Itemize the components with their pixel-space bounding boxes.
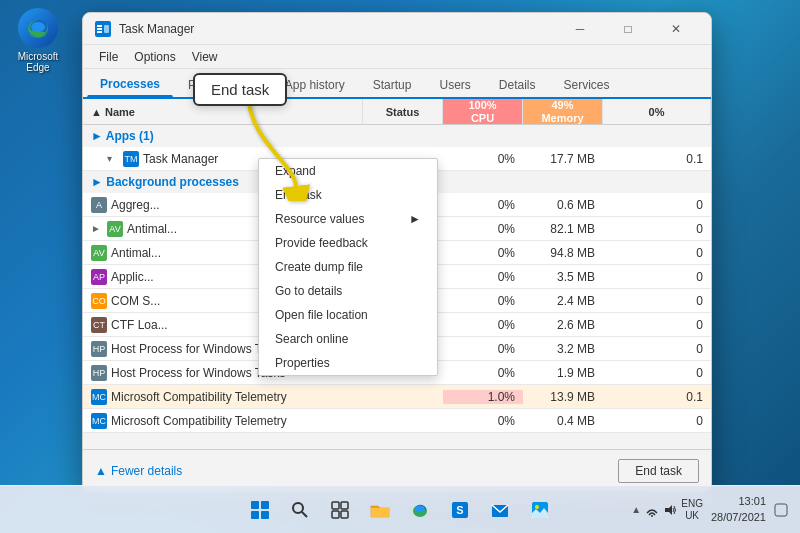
svg-rect-14 bbox=[341, 511, 348, 518]
context-menu-search-online[interactable]: Search online bbox=[259, 327, 437, 351]
mail-icon bbox=[491, 501, 509, 519]
system-clock[interactable]: 13:01 28/07/2021 bbox=[711, 494, 766, 525]
context-menu-resource-values[interactable]: Resource values ► bbox=[259, 207, 437, 231]
menu-view[interactable]: View bbox=[184, 48, 226, 66]
edge-taskbar-button[interactable] bbox=[402, 492, 438, 528]
edge-icon-label: Microsoft Edge bbox=[8, 51, 68, 73]
context-menu-expand[interactable]: Expand bbox=[259, 159, 437, 183]
menu-bar: File Options View bbox=[83, 45, 711, 69]
col-status-label: Status bbox=[386, 106, 420, 118]
maximize-button[interactable]: □ bbox=[605, 13, 651, 45]
resource-values-label: Resource values bbox=[275, 212, 364, 226]
system-tray: ▲ ENGUK bbox=[631, 498, 703, 522]
process-mem: 2.6 MB bbox=[523, 318, 603, 332]
context-menu-create-dump[interactable]: Create dump file bbox=[259, 255, 437, 279]
tab-processes[interactable]: Processes bbox=[87, 72, 173, 97]
process-icon: CT bbox=[91, 317, 107, 333]
store-button[interactable]: S bbox=[442, 492, 478, 528]
col-header-cpu[interactable]: 100% CPU bbox=[443, 99, 523, 124]
svg-text:S: S bbox=[456, 504, 463, 516]
svg-rect-6 bbox=[104, 25, 109, 33]
task-view-icon bbox=[331, 501, 349, 519]
edge-icon bbox=[18, 8, 58, 48]
process-icon: TM bbox=[123, 151, 139, 167]
process-cpu: 0% bbox=[443, 152, 523, 166]
clock-time: 13:01 bbox=[711, 494, 766, 509]
fewer-details-button[interactable]: ▲ Fewer details bbox=[95, 464, 182, 478]
table-row[interactable]: MC Microsoft Compatibility Telemetry 0% … bbox=[83, 409, 711, 433]
search-online-label: Search online bbox=[275, 332, 348, 346]
photos-button[interactable] bbox=[522, 492, 558, 528]
context-menu-end-task[interactable]: End task bbox=[259, 183, 437, 207]
network-icon bbox=[645, 503, 659, 517]
store-icon: S bbox=[451, 501, 469, 519]
disk-label: 0% bbox=[649, 106, 665, 118]
process-cpu: 0% bbox=[443, 222, 523, 236]
process-disk: 0 bbox=[603, 270, 711, 284]
minimize-button[interactable]: ─ bbox=[557, 13, 603, 45]
tab-details[interactable]: Details bbox=[486, 73, 549, 97]
svg-point-9 bbox=[293, 503, 303, 513]
col-header-memory[interactable]: 49% Memory bbox=[523, 99, 603, 124]
col-header-disk[interactable]: 0% bbox=[603, 99, 711, 124]
context-menu-provide-feedback[interactable]: Provide feedback bbox=[259, 231, 437, 255]
svg-line-10 bbox=[302, 512, 307, 517]
language-label: ENGUK bbox=[681, 498, 703, 522]
title-bar: Task Manager ─ □ ✕ bbox=[83, 13, 711, 45]
process-icon: MC bbox=[91, 413, 107, 429]
cpu-label: CPU bbox=[471, 112, 494, 124]
notifications-icon[interactable] bbox=[774, 503, 788, 517]
file-explorer-button[interactable] bbox=[362, 492, 398, 528]
svg-rect-3 bbox=[97, 25, 102, 27]
col-header-status[interactable]: Status bbox=[363, 99, 443, 124]
context-menu-go-to-details[interactable]: Go to details bbox=[259, 279, 437, 303]
table-header: ▲ Name Status 100% CPU 49% Memory 0% bbox=[83, 99, 711, 125]
process-icon: AV bbox=[107, 221, 123, 237]
svg-rect-12 bbox=[341, 502, 348, 509]
process-cpu: 0% bbox=[443, 342, 523, 356]
chevron-up-tray-icon[interactable]: ▲ bbox=[631, 504, 641, 515]
context-menu-open-file[interactable]: Open file location bbox=[259, 303, 437, 327]
mail-button[interactable] bbox=[482, 492, 518, 528]
process-cpu: 0% bbox=[443, 366, 523, 380]
end-task-button[interactable]: End task bbox=[618, 459, 699, 483]
tab-startup[interactable]: Startup bbox=[360, 73, 425, 97]
fewer-details-label: Fewer details bbox=[111, 464, 182, 478]
search-button[interactable] bbox=[282, 492, 318, 528]
windows-logo-icon bbox=[251, 501, 269, 519]
menu-file[interactable]: File bbox=[91, 48, 126, 66]
end-task-label: End task bbox=[275, 188, 322, 202]
process-disk: 0 bbox=[603, 222, 711, 236]
process-icon: AP bbox=[91, 269, 107, 285]
svg-point-23 bbox=[651, 515, 653, 517]
process-cpu: 0% bbox=[443, 294, 523, 308]
process-icon: MC bbox=[91, 389, 107, 405]
process-mem: 0.6 MB bbox=[523, 198, 603, 212]
window-title: Task Manager bbox=[119, 22, 557, 36]
close-button[interactable]: ✕ bbox=[653, 13, 699, 45]
start-button[interactable] bbox=[242, 492, 278, 528]
svg-marker-24 bbox=[665, 505, 672, 515]
process-disk: 0 bbox=[603, 294, 711, 308]
process-cpu: 0% bbox=[443, 414, 523, 428]
menu-options[interactable]: Options bbox=[126, 48, 183, 66]
process-mem: 2.4 MB bbox=[523, 294, 603, 308]
process-mem: 3.2 MB bbox=[523, 342, 603, 356]
context-menu-properties[interactable]: Properties bbox=[259, 351, 437, 375]
section-apps[interactable]: ► Apps (1) bbox=[83, 125, 711, 147]
provide-feedback-label: Provide feedback bbox=[275, 236, 368, 250]
tab-users[interactable]: Users bbox=[426, 73, 483, 97]
tab-services[interactable]: Services bbox=[551, 73, 623, 97]
open-file-label: Open file location bbox=[275, 308, 368, 322]
process-disk: 0 bbox=[603, 246, 711, 260]
process-disk: 0 bbox=[603, 366, 711, 380]
clock-date: 28/07/2021 bbox=[711, 510, 766, 525]
desktop: Microsoft Edge Task Manager ─ □ ✕ bbox=[0, 0, 800, 533]
create-dump-label: Create dump file bbox=[275, 260, 363, 274]
process-mem: 13.9 MB bbox=[523, 390, 603, 404]
process-cpu: 1.0% bbox=[443, 390, 523, 404]
task-view-button[interactable] bbox=[322, 492, 358, 528]
process-cpu: 0% bbox=[443, 318, 523, 332]
desktop-icon-edge[interactable]: Microsoft Edge bbox=[8, 8, 68, 73]
table-row[interactable]: MC Microsoft Compatibility Telemetry 1.0… bbox=[83, 385, 711, 409]
